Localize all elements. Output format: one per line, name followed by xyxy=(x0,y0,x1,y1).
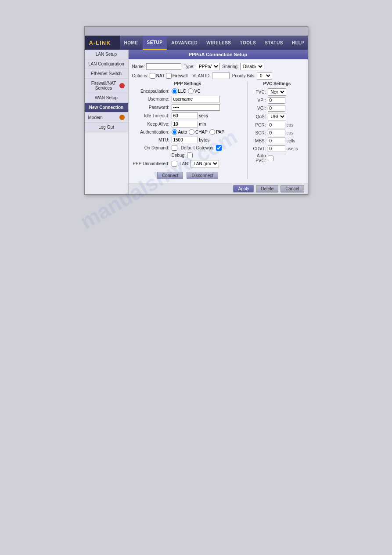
cdvt-input[interactable] xyxy=(268,145,285,152)
options-label: Options: xyxy=(132,73,148,78)
sidebar: LAN Setup LAN Configuration Ethernet Swi… xyxy=(85,50,129,194)
username-input[interactable] xyxy=(172,96,220,102)
firewall-checkbox[interactable] xyxy=(166,73,172,79)
mbs-input[interactable] xyxy=(268,138,285,144)
qos-select[interactable]: UBR CBR VBR xyxy=(268,113,286,120)
llc-radio[interactable] xyxy=(172,88,177,94)
disconnect-button[interactable]: Disconnect xyxy=(187,172,218,179)
firewall-checkbox-label[interactable]: Firewall xyxy=(166,73,187,79)
lan-label: LAN: xyxy=(180,161,189,166)
vc-radio[interactable] xyxy=(188,88,194,94)
nav-home[interactable]: HOME xyxy=(120,36,143,50)
vlan-id-input[interactable] xyxy=(212,73,230,79)
sidebar-item-lan-setup[interactable]: LAN Setup xyxy=(85,50,128,59)
llc-radio-label[interactable]: LLC xyxy=(172,88,186,94)
name-input[interactable] xyxy=(146,63,181,70)
auth-auto-radio[interactable] xyxy=(172,129,177,135)
sidebar-item-wan-setup[interactable]: WAN Setup xyxy=(85,93,128,103)
ppp-settings-col: PPP Settings Encapsulation: LLC xyxy=(132,81,244,179)
sidebar-item-firewall-nat[interactable]: Firewall/NAT Services xyxy=(85,79,128,93)
idle-timeout-unit: secs xyxy=(199,113,208,118)
nav-setup[interactable]: SETUP xyxy=(143,36,167,50)
password-input[interactable] xyxy=(172,104,220,111)
mtu-label: MTU: xyxy=(132,138,172,142)
mtu-unit: bytes xyxy=(199,138,209,142)
scr-row: SCR: cps xyxy=(250,130,304,136)
auto-pvc-checkbox[interactable] xyxy=(268,156,273,161)
idle-timeout-row: Idle Timeout: secs xyxy=(132,112,244,119)
firewall-nat-label: Firewall/NAT Services xyxy=(88,81,119,91)
nat-label: NAT xyxy=(156,73,165,78)
mbs-unit: cells xyxy=(287,138,295,143)
username-label: Username: xyxy=(132,97,172,102)
sidebar-item-lan-config[interactable]: LAN Configuration xyxy=(85,59,128,69)
apply-button[interactable]: Apply xyxy=(233,185,254,192)
sidebar-item-modem[interactable]: Modem xyxy=(85,112,128,123)
content-area: PPPoA Connection Setup Name: Type: PPPoA… xyxy=(129,50,308,194)
type-select[interactable]: PPPoA PPPoE IPoA Bridge xyxy=(196,63,220,70)
auth-chap-label[interactable]: CHAP xyxy=(189,129,208,135)
auth-chap-text: CHAP xyxy=(195,130,208,134)
encapsulation-row: Encapsulation: LLC VC xyxy=(132,88,244,94)
default-gateway-checkbox[interactable] xyxy=(216,145,222,151)
nav-wireless[interactable]: WIRELESS xyxy=(202,36,235,50)
pcr-input[interactable] xyxy=(268,122,285,128)
pcr-label: PCR: xyxy=(250,123,268,127)
delete-button[interactable]: Delete xyxy=(256,185,278,192)
sidebar-item-log-out[interactable]: Log Out xyxy=(85,123,128,132)
vci-label: VCI: xyxy=(250,106,268,111)
vlan-id-label: VLAN ID: xyxy=(192,73,211,78)
on-demand-checkbox[interactable] xyxy=(172,145,177,151)
name-type-row: Name: Type: PPPoA PPPoE IPoA Bridge Shar… xyxy=(132,63,304,70)
auth-chap-radio[interactable] xyxy=(189,129,194,135)
vc-radio-label[interactable]: VC xyxy=(188,88,201,94)
vc-label: VC xyxy=(194,89,201,94)
nav-tools[interactable]: TOOLS xyxy=(236,36,261,50)
nav-status[interactable]: STATUS xyxy=(260,36,288,50)
priority-bits-select[interactable]: 0123 xyxy=(257,72,272,80)
ppp-unnumbered-row: PPP Unnumbered: LAN: LAN group LAN1 LAN2 xyxy=(132,160,244,167)
vpi-row: VPI: xyxy=(250,97,304,104)
vpi-input[interactable] xyxy=(268,97,285,104)
qos-row: QoS: UBR CBR VBR xyxy=(250,113,304,120)
lan-select[interactable]: LAN group LAN1 LAN2 xyxy=(191,160,219,167)
nav-advanced[interactable]: ADVANCED xyxy=(167,36,202,50)
auth-auto-label[interactable]: Auto xyxy=(172,129,187,135)
mbs-row: MBS: cells xyxy=(250,138,304,144)
auto-pvc-row: Auto PVC: xyxy=(250,153,304,163)
sharing-label: Sharing: xyxy=(223,64,239,69)
debug-checkbox[interactable] xyxy=(187,152,193,158)
cdvt-label: CDVT: xyxy=(250,146,268,151)
modem-icon xyxy=(119,115,125,120)
sidebar-item-ethernet-switch[interactable]: Ethernet Switch xyxy=(85,69,128,79)
vci-input[interactable] xyxy=(268,105,285,112)
password-label: Password: xyxy=(132,105,172,110)
on-demand-label: On Demand: xyxy=(132,145,172,150)
footer-buttons: Apply Delete Cancel xyxy=(129,183,308,194)
sidebar-item-new-connection[interactable]: New Connection xyxy=(85,103,128,112)
name-label: Name: xyxy=(132,64,145,69)
scr-input[interactable] xyxy=(268,130,285,136)
nat-checkbox[interactable] xyxy=(150,73,155,79)
nat-checkbox-label[interactable]: NAT xyxy=(150,73,165,79)
ppp-unnumbered-checkbox[interactable] xyxy=(172,161,177,167)
sharing-select[interactable]: Disable Enable xyxy=(240,63,264,70)
mtu-row: MTU: bytes xyxy=(132,137,244,143)
debug-label: Debug: xyxy=(172,153,186,158)
pvc-row: PVC: New xyxy=(250,88,304,96)
pvc-select[interactable]: New xyxy=(268,88,286,96)
vpi-label: VPI: xyxy=(250,98,268,103)
connect-button[interactable]: Connect xyxy=(157,172,183,179)
auth-pap-radio[interactable] xyxy=(209,129,215,135)
mtu-input[interactable] xyxy=(172,137,198,143)
main-layout: LAN Setup LAN Configuration Ethernet Swi… xyxy=(85,50,308,194)
auth-pap-label[interactable]: PAP xyxy=(209,129,224,135)
keep-alive-input[interactable] xyxy=(172,121,198,127)
idle-timeout-input[interactable] xyxy=(172,112,198,119)
cancel-button[interactable]: Cancel xyxy=(281,185,304,192)
content-header: PPPoA Connection Setup xyxy=(129,50,308,59)
username-row: Username: xyxy=(132,96,244,102)
scr-unit: cps xyxy=(287,131,294,135)
nav-help[interactable]: HELP xyxy=(288,36,309,50)
auth-auto-text: Auto xyxy=(178,130,187,134)
